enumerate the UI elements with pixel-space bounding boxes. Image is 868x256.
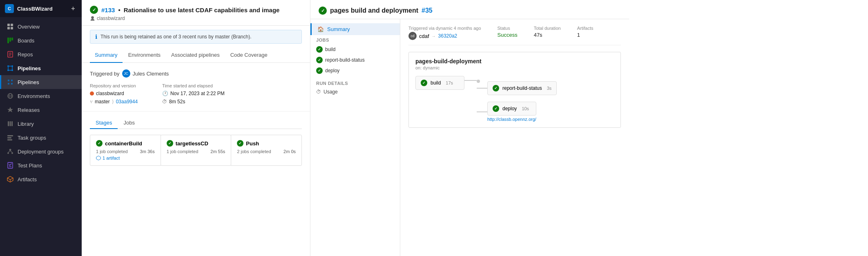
stage-jobs-row: 1 job completed 3m 36s [96,149,155,154]
artifacts-value: 1 [577,32,594,38]
user-icon [90,16,95,21]
boards-icon [7,37,13,44]
artifact-icon [96,156,101,160]
sub-tab-stages[interactable]: Stages [90,117,118,129]
node-status-report [493,85,499,91]
environments-icon [7,93,13,99]
duration-label: Total duration [534,26,561,31]
svg-point-11 [7,65,9,67]
sidebar-item-releases[interactable]: Releases [0,103,82,117]
stage-status-icon-targetlesscd [167,140,173,147]
branch-icon: ⑂ [90,99,93,104]
summary-nav: 🏠 Summary Jobs build report-build-status [310,19,400,256]
branch-name: master [95,99,110,105]
pages-header-row: pages build and deployment #35 [319,7,621,15]
info-icon: ℹ [95,33,97,40]
pages-panel: pages build and deployment #35 🏠 Summary [310,0,629,256]
sidebar-item-environments[interactable]: Environments [0,89,82,103]
org-logo: C [5,4,14,13]
pipeline-node-report[interactable]: report-build-status 3s [487,81,557,95]
sidebar-item-pipelines-header[interactable]: Pipelines [0,61,82,75]
job-item-report[interactable]: report-build-status [310,55,400,65]
svg-rect-3 [11,27,13,29]
clock-icon-2: ⏱ [316,89,321,95]
right-panel-inner: pages build and deployment #35 🏠 Summary [310,0,629,256]
job-status-deploy [316,67,323,74]
artifacts-label: Artifacts [577,26,594,31]
job-label-build: build [325,47,335,52]
sidebar-item-label-pipelines: Pipelines [18,79,39,85]
triggered-val-row: cd cdaf → 36320a2 [408,32,481,40]
run-header: #133 • Rationalise to use latest CDAF ca… [82,0,310,26]
sidebar-item-repos[interactable]: Repos [0,47,82,61]
sidebar-item-label-test-plans: Test Plans [18,163,42,169]
sidebar-item-pipelines[interactable]: Pipelines [0,75,82,89]
stage-card-push: Push 2 jobs completed 2m 0s [231,135,302,166]
job-item-build[interactable]: build [310,44,400,55]
run-number: #133 [101,7,115,13]
releases-icon [7,107,13,113]
node-label-build: build [431,80,441,86]
node-time-build: 17s [446,80,453,85]
pipeline-node-build[interactable]: build 17s [415,76,464,90]
pipeline-node-deploy[interactable]: deploy 10s [487,102,536,116]
sidebar-item-test-plans[interactable]: Test Plans [0,158,82,172]
sidebar-item-label-releases: Releases [18,107,40,113]
svg-rect-33 [8,163,13,168]
add-org-button[interactable]: + [69,5,77,12]
stages-section: Stages Jobs containerBuild 1 job complet… [82,111,310,171]
triggered-name: Jules Clements [133,71,169,77]
node-status-deploy [493,105,499,112]
triggered-meta: Repository and version classbwizard ⑂ ma… [90,83,302,105]
summary-nav-item-summary[interactable]: 🏠 Summary [310,23,400,35]
tab-environments[interactable]: Environments [123,48,165,63]
stage-status-icon-containerbuild [96,140,103,147]
branch-value-row: ⑂ master ⟩ 03aa9944 [90,99,138,105]
repo-name: classbwizard [96,91,124,96]
repo-block: Repository and version classbwizard ⑂ ma… [90,83,138,105]
deploy-link[interactable]: http://classb.opennz.org/ [487,117,536,122]
sidebar: C ClassBWizard + Overview Boards Repos [0,0,82,256]
sidebar-item-deployment-groups[interactable]: Deployment groups [0,145,82,158]
pages-run-number[interactable]: #35 [422,7,433,14]
svg-point-12 [11,65,13,67]
sidebar-item-artifacts[interactable]: Artifacts [0,172,82,186]
bottom-branch: deploy 10s http://classb.opennz.org/ [477,102,557,122]
sidebar-item-overview[interactable]: Overview [0,20,82,33]
start-time: Nov 17, 2023 at 2:22 PM [170,91,225,96]
sidebar-item-label-environments: Environments [18,93,50,99]
pipelines-icon [7,79,13,85]
svg-rect-1 [11,24,13,26]
stage-card-containerbuild: containerBuild 1 job completed 3m 36s 1 … [90,135,161,166]
triggered-by-row: Triggered by JC Jules Clements [90,69,302,78]
connector-1 [464,80,477,81]
pages-commit-hash: 36320a2 [438,33,457,39]
deploy-box-title: pages-build-deployment [415,58,614,65]
job-item-deploy[interactable]: deploy [310,65,400,76]
stage-meta-containerbuild: 1 job completed 3m 36s [96,149,155,154]
triggered-section: Triggered by JC Jules Clements Repositor… [82,63,310,111]
sidebar-item-task-groups[interactable]: Task groups [0,131,82,145]
node-label-report: report-build-status [502,85,542,91]
sub-tab-jobs[interactable]: Jobs [118,117,140,129]
pages-title-text: pages build and deployment [330,7,418,14]
node-label-deploy: deploy [502,106,517,111]
branch-arrow: ⟩ [112,99,114,105]
tab-code-coverage[interactable]: Code Coverage [225,48,272,63]
sidebar-item-label-artifacts: Artifacts [18,176,37,183]
svg-point-14 [11,69,13,71]
sidebar-nav: Overview Boards Repos Pipelines [0,17,82,256]
tab-summary[interactable]: Summary [90,48,123,63]
svg-rect-25 [7,135,13,136]
sidebar-item-label-overview: Overview [18,24,40,30]
stage-name-containerbuild: containerBuild [96,140,155,147]
pages-title: pages build and deployment #35 [330,7,433,14]
calendar-icon: 🕐 [162,91,168,96]
sidebar-item-label-boards: Boards [18,38,34,44]
retention-text: This run is being retained as one of 3 r… [100,34,252,40]
line-to-report [477,88,487,89]
sidebar-item-library[interactable]: Library [0,117,82,131]
sidebar-item-boards[interactable]: Boards [0,33,82,47]
node-time-deploy: 10s [522,106,529,111]
tab-associated-pipelines[interactable]: Associated pipelines [166,48,225,63]
